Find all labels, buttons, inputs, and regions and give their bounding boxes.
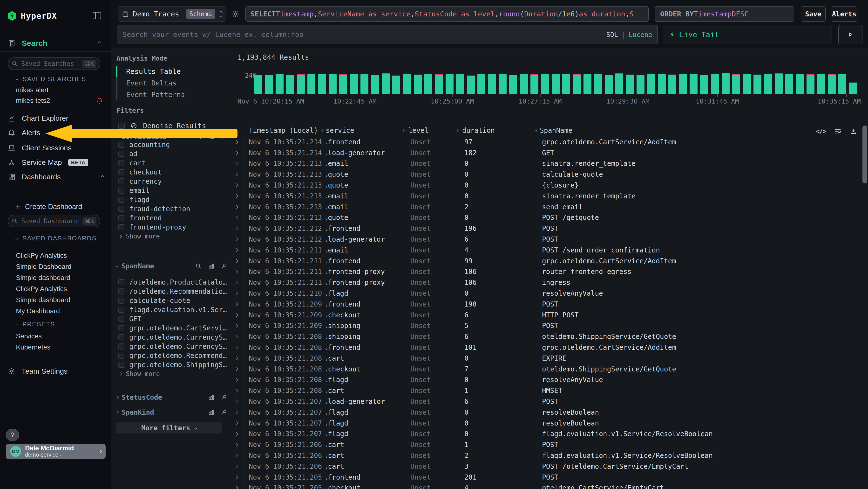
filter-checkbox[interactable] [118, 325, 124, 331]
histogram-bar[interactable] [265, 75, 273, 94]
row-expander[interactable] [235, 396, 242, 407]
chart-icon[interactable] [208, 263, 215, 269]
filter-checkbox[interactable] [118, 362, 124, 368]
filter-option[interactable]: grpc.oteldemo.Recommend… [118, 351, 227, 360]
filter-option[interactable]: currency [118, 177, 227, 186]
filter-group-spanname[interactable]: SpanName [116, 261, 227, 271]
more-filters-button[interactable]: More filters [116, 422, 222, 433]
row-expander[interactable] [235, 234, 242, 245]
saved-searches-input[interactable]: Saved Searches ⌘K [8, 57, 100, 70]
lucene-toggle[interactable]: Lucene [628, 31, 652, 38]
sidebar-item-chart-explorer[interactable]: Chart Explorer [0, 113, 111, 124]
histogram-bar[interactable] [541, 74, 549, 94]
histogram-error-bar[interactable] [435, 74, 443, 75]
histogram-bar[interactable] [488, 74, 496, 94]
sidebar-item-dashboards[interactable]: Dashboards [0, 171, 111, 183]
sidebar-item-service-map[interactable]: Service Map BETA [0, 156, 111, 168]
saved-dashboard-item[interactable]: My Dashboard [0, 306, 111, 317]
histogram-bar[interactable] [753, 75, 762, 94]
histogram-error-bar[interactable] [573, 74, 581, 75]
filter-group-statuscode[interactable]: StatusCode [116, 393, 227, 402]
histogram-bar[interactable] [562, 74, 570, 94]
saved-searches-header[interactable]: SAVED SEARCHES [16, 75, 86, 83]
drag-handle-icon[interactable] [403, 128, 406, 133]
histogram-bar[interactable] [477, 74, 485, 94]
row-expander[interactable] [235, 256, 242, 266]
filter-option[interactable]: fraud-detection [118, 204, 227, 213]
row-expander[interactable] [235, 147, 242, 158]
table-row[interactable]: Nov 6 10:35:21.206 AMcartUnset3POST /ote… [232, 461, 868, 472]
histogram-bar[interactable] [626, 75, 634, 94]
filter-checkbox[interactable] [118, 197, 124, 203]
row-expander[interactable] [235, 342, 242, 353]
filter-option[interactable]: cart [118, 158, 227, 168]
histogram-bar[interactable] [785, 74, 793, 94]
chart-icon[interactable] [208, 394, 215, 401]
histogram-bar[interactable] [669, 75, 676, 94]
filter-option[interactable]: accounting [118, 140, 227, 149]
histogram-bar[interactable] [414, 75, 422, 94]
histogram-error-bar[interactable] [530, 74, 538, 75]
scrollbar-thumb[interactable] [863, 125, 867, 183]
saved-search-item[interactable]: mikes tets2 [0, 95, 111, 106]
filter-option[interactable]: frontend [118, 213, 227, 223]
events-histogram[interactable] [254, 73, 860, 94]
drag-handle-icon[interactable] [457, 128, 460, 133]
row-expander[interactable] [235, 375, 242, 385]
column-header-level[interactable]: level [403, 126, 429, 135]
histogram-error-bar[interactable] [658, 74, 666, 74]
sidebar-item-client-sessions[interactable]: Client Sessions [0, 142, 111, 154]
row-expander[interactable] [235, 245, 242, 256]
histogram-bar[interactable] [499, 74, 506, 94]
histogram-bar[interactable] [838, 74, 846, 94]
table-row[interactable]: Nov 6 10:35:21.205 AMfrontendUnset201POS… [232, 472, 868, 483]
alerts-button[interactable]: Alerts [831, 6, 858, 22]
preset-item[interactable]: Kubernetes [0, 342, 111, 353]
presets-header[interactable]: PRESETS [16, 320, 55, 328]
table-row[interactable]: Nov 6 10:35:21.211 AMfrontend-proxyUnset… [232, 266, 868, 277]
filter-option[interactable]: flagd [118, 195, 227, 204]
histogram-bar[interactable] [276, 74, 283, 94]
help-button[interactable]: ? [6, 429, 19, 441]
pin-icon[interactable] [221, 134, 227, 140]
drag-handle-icon[interactable] [320, 128, 323, 133]
filter-checkbox[interactable] [118, 343, 124, 349]
row-expander[interactable] [235, 212, 242, 223]
saved-search-item[interactable]: mikes alert [0, 85, 111, 95]
filter-checkbox[interactable] [118, 224, 124, 230]
histogram-error-bar[interactable] [689, 74, 698, 74]
table-row[interactable]: Nov 6 10:35:21.208 AMshippingUnset6oteld… [232, 331, 868, 342]
filter-option[interactable]: calculate-quote [118, 296, 227, 305]
row-expander[interactable] [235, 461, 242, 472]
sidebar-item-alerts[interactable]: Alerts [0, 127, 111, 139]
row-expander[interactable] [235, 180, 242, 191]
show-more-button[interactable]: Show more [118, 369, 227, 378]
live-tail-button[interactable]: Live Tail [663, 25, 832, 44]
language-toggle[interactable]: SQL | Lucene [606, 31, 652, 38]
filter-option[interactable]: grpc.oteldemo.CartServi… [118, 323, 227, 333]
histogram-bar[interactable] [329, 74, 337, 94]
filter-checkbox[interactable] [118, 353, 124, 359]
histogram-error-bar[interactable] [297, 74, 305, 75]
filter-option[interactable]: checkout [118, 168, 227, 177]
row-expander[interactable] [235, 418, 242, 429]
table-row[interactable]: Nov 6 10:35:21.211 AMemailUnset4POST /se… [232, 245, 868, 256]
saved-dashboard-item[interactable]: Simple dashboard [0, 272, 111, 283]
histogram-bar[interactable] [435, 75, 443, 94]
histogram-bar[interactable] [286, 75, 294, 94]
user-menu[interactable]: DM Dale McDiarmid demo-service - [6, 443, 105, 459]
filter-option[interactable]: /oteldemo.Recommendatio… [118, 287, 227, 296]
table-row[interactable]: Nov 6 10:35:21.207 AMflagdUnset0resolveB… [232, 418, 868, 429]
pin-icon[interactable] [221, 409, 227, 415]
column-header-duration[interactable]: duration [457, 126, 495, 135]
histogram-bar[interactable] [371, 75, 379, 94]
denoise-checkbox[interactable] [118, 123, 125, 129]
filter-checkbox[interactable] [118, 169, 124, 175]
filter-option[interactable]: /oteldemo.ProductCatalo… [118, 278, 227, 287]
filter-option[interactable]: flagd.evaluation.v1.Ser… [118, 305, 227, 314]
row-expander[interactable] [235, 385, 242, 396]
histogram-bar[interactable] [509, 75, 517, 94]
histogram-bar[interactable] [297, 75, 305, 94]
column-header-spanname[interactable]: SpanName [534, 126, 572, 135]
filter-option[interactable]: GET [118, 314, 227, 323]
